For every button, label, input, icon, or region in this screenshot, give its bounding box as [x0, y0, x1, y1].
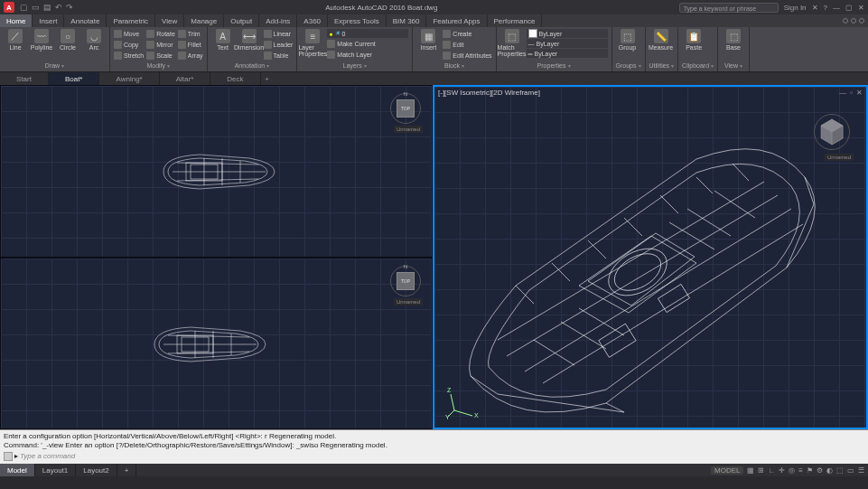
- viewport-bottom-left[interactable]: NTOP Unnamed: [0, 258, 433, 430]
- isolate-toggle-icon[interactable]: ◐: [826, 466, 833, 475]
- linear-dim-button[interactable]: Linear: [264, 29, 294, 39]
- paste-button[interactable]: 📋Paste: [682, 29, 705, 51]
- new-doc-button[interactable]: +: [261, 72, 274, 85]
- arc-button[interactable]: ◡Arc: [82, 29, 106, 51]
- tab-home[interactable]: Home: [0, 14, 33, 27]
- clean-screen-icon[interactable]: ▭: [847, 466, 854, 475]
- app-logo-icon[interactable]: A: [4, 2, 14, 13]
- tab-output[interactable]: Output: [224, 14, 259, 27]
- snap-toggle-icon[interactable]: ⊞: [758, 466, 764, 475]
- insert-block-button[interactable]: ▦Insert: [416, 29, 440, 51]
- panel-title[interactable]: Draw: [4, 61, 106, 70]
- tab-performance[interactable]: Performance: [488, 14, 543, 27]
- viewport-top-left[interactable]: NTOP Unnamed: [0, 85, 433, 258]
- help-search-input[interactable]: Type a keyword or phrase: [679, 3, 779, 13]
- viewcube-label[interactable]: Unnamed: [394, 126, 423, 133]
- linetype-dropdown[interactable]: ═ByLayer: [527, 49, 608, 58]
- fillet-button[interactable]: Fillet: [178, 40, 203, 50]
- doc-tab-deck[interactable]: Deck: [210, 72, 260, 85]
- table-button[interactable]: Table: [264, 51, 294, 61]
- annotation-toggle-icon[interactable]: ⚑: [807, 466, 813, 475]
- new-icon[interactable]: ▢: [20, 3, 28, 12]
- doc-tab-start[interactable]: Start: [0, 72, 49, 85]
- vp-close-icon[interactable]: ✕: [856, 89, 863, 97]
- tab-addins[interactable]: Add-ins: [259, 14, 297, 27]
- undo-icon[interactable]: ↶: [55, 3, 62, 12]
- lineweight-dropdown[interactable]: —ByLayer: [527, 39, 608, 48]
- layout-add-button[interactable]: +: [117, 464, 137, 476]
- layer-dropdown[interactable]: ●☀0: [327, 29, 408, 38]
- match-layer-button[interactable]: Match Layer: [327, 50, 408, 60]
- move-button[interactable]: Move: [114, 29, 144, 39]
- tab-insert[interactable]: Insert: [33, 14, 64, 27]
- tab-parametric[interactable]: Parametric: [107, 14, 155, 27]
- help-icon[interactable]: ?: [824, 4, 827, 12]
- cmd-input[interactable]: Type a command: [20, 452, 75, 461]
- text-button[interactable]: AText: [211, 29, 235, 51]
- panel-title[interactable]: Properties: [500, 61, 608, 70]
- viewport-label[interactable]: [-][SW Isometric][2D Wireframe]: [438, 89, 540, 97]
- group-button[interactable]: ⬚Group: [616, 29, 639, 51]
- command-window[interactable]: Enter a configuration option [Horizontal…: [0, 429, 868, 464]
- customize-icon[interactable]: ☰: [858, 466, 864, 475]
- tab-manage[interactable]: Manage: [184, 14, 224, 27]
- viewcube-label[interactable]: Unnamed: [825, 154, 854, 161]
- panel-title[interactable]: Groups: [616, 61, 641, 70]
- create-block-button[interactable]: Create: [443, 29, 491, 39]
- doc-tab-awning[interactable]: Awning*: [99, 72, 159, 85]
- edit-attributes-button[interactable]: Edit Attributes: [443, 51, 491, 61]
- mirror-button[interactable]: Mirror: [146, 40, 175, 50]
- doc-tab-altar[interactable]: Altar*: [160, 72, 211, 85]
- layer-properties-button[interactable]: ≡Layer Properties: [301, 29, 324, 57]
- osnap-toggle-icon[interactable]: ◎: [789, 466, 795, 475]
- panel-title[interactable]: View: [722, 61, 745, 70]
- panel-title[interactable]: Layers: [301, 61, 408, 70]
- layout-tab-model[interactable]: Model: [0, 464, 35, 476]
- tab-express[interactable]: Express Tools: [328, 14, 387, 27]
- viewcube[interactable]: NTOP: [390, 93, 421, 124]
- match-properties-button[interactable]: ⬚Match Properties: [500, 29, 524, 57]
- tab-bim360[interactable]: BIM 360: [387, 14, 427, 27]
- save-icon[interactable]: ▤: [43, 3, 51, 12]
- tab-featured[interactable]: Featured Apps: [426, 14, 487, 27]
- trim-button[interactable]: Trim: [178, 29, 203, 39]
- edit-block-button[interactable]: Edit: [443, 40, 491, 50]
- polar-toggle-icon[interactable]: ✛: [779, 466, 785, 475]
- panel-title[interactable]: Clipboard: [682, 61, 714, 70]
- panel-title[interactable]: Block: [416, 61, 491, 70]
- viewcube[interactable]: NTOP: [390, 266, 421, 296]
- redo-icon[interactable]: ↷: [66, 3, 73, 12]
- base-view-button[interactable]: ⬚Base: [722, 29, 745, 51]
- grid-toggle-icon[interactable]: ▦: [747, 466, 754, 475]
- color-dropdown[interactable]: ByLayer: [527, 29, 608, 38]
- doc-tab-boat[interactable]: Boat*: [49, 72, 100, 85]
- close-icon[interactable]: ✕: [858, 4, 864, 12]
- viewport-right[interactable]: [-][SW Isometric][2D Wireframe] — ▫ ✕ Un…: [433, 85, 868, 429]
- copy-button[interactable]: Copy: [114, 40, 144, 50]
- make-current-button[interactable]: Make Current: [327, 39, 408, 49]
- minimize-icon[interactable]: —: [833, 4, 840, 12]
- layout-tab-2[interactable]: Layout2: [76, 464, 117, 476]
- tab-annotate[interactable]: Annotate: [64, 14, 107, 27]
- line-button[interactable]: ／Line: [4, 29, 27, 51]
- workspace-toggle-icon[interactable]: ⚙: [817, 466, 823, 475]
- ortho-toggle-icon[interactable]: ∟: [768, 466, 775, 475]
- panel-title[interactable]: Annotation: [211, 61, 294, 70]
- exchange-icon[interactable]: ✕: [812, 4, 818, 12]
- panel-title[interactable]: Modify: [114, 61, 203, 70]
- tab-a360[interactable]: A360: [297, 14, 328, 27]
- open-icon[interactable]: ▭: [32, 3, 40, 12]
- circle-button[interactable]: ○Circle: [56, 29, 79, 51]
- maximize-icon[interactable]: ▢: [845, 4, 853, 12]
- viewcube-iso[interactable]: [814, 114, 850, 150]
- layout-tab-1[interactable]: Layout1: [35, 464, 76, 476]
- vp-maximize-icon[interactable]: ▫: [850, 89, 853, 97]
- polyline-button[interactable]: 〰Polyline: [30, 29, 53, 51]
- status-model-badge[interactable]: MODEL: [711, 466, 743, 475]
- rotate-button[interactable]: Rotate: [146, 29, 175, 39]
- array-button[interactable]: Array: [178, 51, 203, 61]
- panel-title[interactable]: Utilities: [649, 61, 675, 70]
- signin-button[interactable]: Sign In: [784, 4, 807, 12]
- scale-button[interactable]: Scale: [146, 51, 175, 61]
- dimension-button[interactable]: ⟷Dimension: [238, 29, 261, 51]
